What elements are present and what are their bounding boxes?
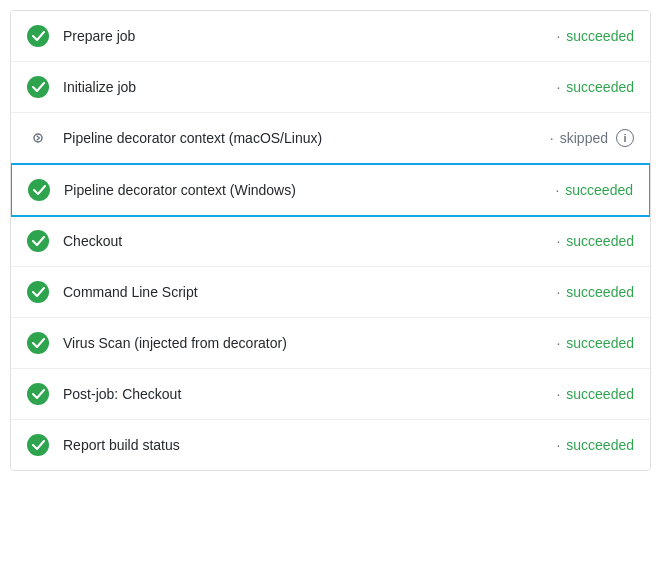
success-icon	[27, 230, 49, 252]
separator: ·	[556, 28, 560, 44]
status-text: succeeded	[565, 182, 633, 198]
status-text: succeeded	[566, 437, 634, 453]
success-icon	[27, 281, 49, 303]
success-icon	[27, 332, 49, 354]
job-list: Prepare job·succeeded Initialize job·suc…	[10, 10, 651, 471]
status-text: succeeded	[566, 233, 634, 249]
job-item-post-job-checkout[interactable]: Post-job: Checkout·succeeded	[11, 369, 650, 420]
job-item-pipeline-decorator-macos[interactable]: Pipeline decorator context (macOS/Linux)…	[11, 113, 650, 164]
job-name: Checkout	[63, 233, 550, 249]
job-item-report-build-status[interactable]: Report build status·succeeded	[11, 420, 650, 470]
job-name: Report build status	[63, 437, 550, 453]
job-name: Virus Scan (injected from decorator)	[63, 335, 550, 351]
job-item-initialize-job[interactable]: Initialize job·succeeded	[11, 62, 650, 113]
job-name: Pipeline decorator context (Windows)	[64, 182, 549, 198]
job-name: Post-job: Checkout	[63, 386, 550, 402]
info-icon[interactable]: i	[616, 129, 634, 147]
job-name: Pipeline decorator context (macOS/Linux)	[63, 130, 544, 146]
job-item-checkout[interactable]: Checkout·succeeded	[11, 216, 650, 267]
status-text: succeeded	[566, 335, 634, 351]
status-text: skipped	[560, 130, 608, 146]
separator: ·	[556, 79, 560, 95]
job-name: Prepare job	[63, 28, 550, 44]
separator: ·	[556, 335, 560, 351]
success-icon	[27, 434, 49, 456]
success-icon	[27, 76, 49, 98]
job-item-prepare-job[interactable]: Prepare job·succeeded	[11, 11, 650, 62]
status-text: succeeded	[566, 284, 634, 300]
separator: ·	[556, 437, 560, 453]
status-text: succeeded	[566, 79, 634, 95]
status-text: succeeded	[566, 386, 634, 402]
success-icon	[27, 25, 49, 47]
skipped-icon	[27, 127, 49, 149]
job-name: Command Line Script	[63, 284, 550, 300]
svg-point-0	[34, 134, 42, 142]
separator: ·	[550, 130, 554, 146]
separator: ·	[556, 386, 560, 402]
success-icon	[28, 179, 50, 201]
separator: ·	[555, 182, 559, 198]
success-icon	[27, 383, 49, 405]
separator: ·	[556, 284, 560, 300]
status-text: succeeded	[566, 28, 634, 44]
job-item-command-line-script[interactable]: Command Line Script·succeeded	[11, 267, 650, 318]
job-name: Initialize job	[63, 79, 550, 95]
separator: ·	[556, 233, 560, 249]
job-item-pipeline-decorator-windows[interactable]: Pipeline decorator context (Windows)·suc…	[10, 163, 651, 217]
job-item-virus-scan[interactable]: Virus Scan (injected from decorator)·suc…	[11, 318, 650, 369]
